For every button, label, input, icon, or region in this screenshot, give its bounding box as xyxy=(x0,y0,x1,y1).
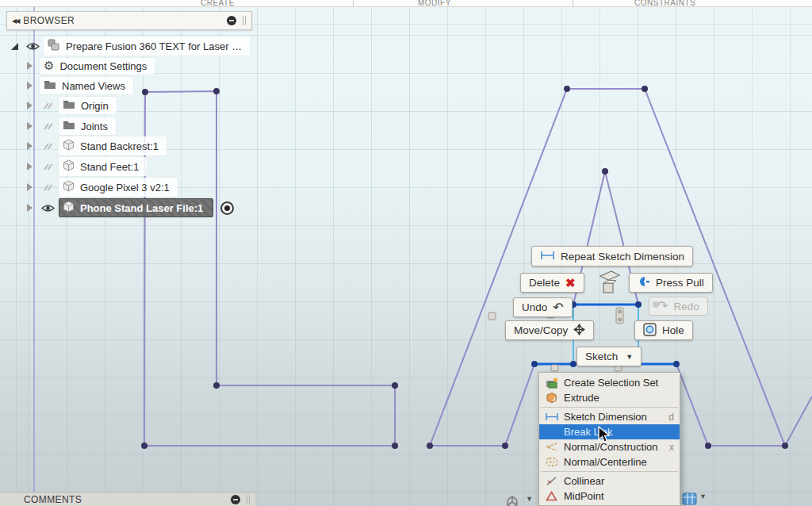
panel-grip-icon[interactable] xyxy=(247,495,251,504)
assembly-icon xyxy=(48,39,60,53)
browser-row-google-pixel[interactable]: Google Pixel 3 v2:1 xyxy=(27,178,178,197)
browser-row-document-settings[interactable]: ⚙ Document Settings xyxy=(27,56,155,75)
eye-hidden-icon[interactable] xyxy=(40,183,56,192)
press-pull-button[interactable]: Press Pull xyxy=(629,273,713,293)
delete-button[interactable]: Delete ✖ xyxy=(520,273,584,293)
component-icon xyxy=(63,201,75,215)
browser-row-origin[interactable]: Origin xyxy=(27,96,117,115)
redo-button[interactable]: ↷ Redo xyxy=(649,297,708,316)
toolbar-group-modify: MODIFY xyxy=(418,0,451,7)
browser-item-label: Prepare Fusion 360 TEXT for Laser … xyxy=(66,40,242,52)
toolbar-separator xyxy=(353,0,354,6)
browser-row-stand-backrest[interactable]: Stand Backrest:1 xyxy=(27,136,167,155)
browser-item[interactable]: ⚙ Document Settings xyxy=(40,58,155,75)
comments-title: COMMENTS xyxy=(24,494,82,505)
collapsed-triangle-icon[interactable] xyxy=(27,183,33,191)
collapsed-triangle-icon[interactable] xyxy=(27,204,33,212)
folder-icon xyxy=(44,79,56,92)
eye-icon[interactable] xyxy=(25,42,40,51)
menu-item-sketch-dimension[interactable]: Sketch Dimension d xyxy=(539,409,680,424)
sketch-letter-L[interactable] xyxy=(144,91,395,446)
button-label: Undo xyxy=(522,301,547,313)
collapsed-triangle-icon[interactable] xyxy=(27,122,33,130)
move-copy-button[interactable]: Move/Copy xyxy=(505,320,594,340)
menu-item-label: Collinear xyxy=(564,475,604,487)
button-label: Press Pull xyxy=(656,277,704,289)
sketch-line-edge[interactable] xyxy=(785,397,812,446)
collapsed-triangle-icon[interactable] xyxy=(27,142,33,150)
button-label: Move/Copy xyxy=(514,324,568,336)
sketch-vertices[interactable] xyxy=(141,86,788,449)
panel-options-icon[interactable] xyxy=(227,16,236,25)
menu-item-label: Sketch Dimension xyxy=(564,411,647,423)
menu-item-label: MidPoint xyxy=(564,490,604,502)
repeat-sketch-dimension-button[interactable]: Repeat Sketch Dimension xyxy=(531,246,693,266)
browser-row-named-views[interactable]: Named Views xyxy=(27,76,133,95)
orbit-settings-button[interactable]: ▼ xyxy=(503,495,533,506)
browser-item[interactable]: Google Pixel 3 v2:1 xyxy=(59,178,178,197)
chevron-down-icon: ▼ xyxy=(526,495,533,503)
browser-item-label: Origin xyxy=(81,100,109,112)
menu-item-collinear[interactable]: Collinear xyxy=(539,473,680,489)
undo-button[interactable]: Undo ↶ xyxy=(513,297,573,317)
browser-row-stand-feet[interactable]: Stand Feet:1 xyxy=(27,157,147,176)
browser-item[interactable]: Prepare Fusion 360 TEXT for Laser … xyxy=(44,36,250,56)
press-pull-icon xyxy=(638,275,650,290)
menu-item-normal-centerline[interactable]: Normal/Centerline xyxy=(539,454,680,470)
browser-row-root[interactable]: Prepare Fusion 360 TEXT for Laser … xyxy=(11,36,250,56)
panel-options-icon[interactable] xyxy=(231,495,240,504)
button-label: Sketch xyxy=(585,351,618,362)
undo-icon: ↶ xyxy=(553,301,563,314)
orbit-icon xyxy=(503,495,523,506)
collapsed-triangle-icon[interactable] xyxy=(27,82,33,90)
sketch-dropdown-button[interactable]: Sketch ▼ xyxy=(576,347,642,366)
button-label: Hole xyxy=(662,324,684,336)
browser-item[interactable]: Named Views xyxy=(40,77,133,94)
menu-item-extrude[interactable]: Extrude xyxy=(539,390,680,405)
collapsed-triangle-icon[interactable] xyxy=(27,102,33,109)
component-icon xyxy=(63,139,75,153)
comments-panel-header[interactable]: COMMENTS xyxy=(0,492,255,506)
collapsed-triangle-icon[interactable] xyxy=(27,62,33,70)
redo-icon: ↷ xyxy=(657,300,668,312)
menu-separator xyxy=(541,407,678,408)
component-icon xyxy=(63,159,75,174)
toolbar-group-create: CREATE xyxy=(201,0,235,7)
hole-button[interactable]: Hole xyxy=(634,320,693,340)
browser-item[interactable]: Stand Feet:1 xyxy=(59,157,147,176)
menu-separator xyxy=(541,471,678,472)
collapsed-triangle-icon[interactable] xyxy=(27,163,33,171)
browser-item-selected[interactable]: Phone Stand Laser File:1 xyxy=(59,198,213,217)
top-toolbar: CREATE MODIFY CONSTRAINTS xyxy=(0,0,812,7)
eye-hidden-icon[interactable] xyxy=(40,142,56,151)
expand-triangle-icon[interactable] xyxy=(11,43,18,50)
eye-icon[interactable] xyxy=(40,204,56,213)
browser-row-joints[interactable]: Joints xyxy=(27,117,116,136)
mouse-cursor xyxy=(598,426,614,445)
browser-panel-header[interactable]: ◀◀ BROWSER xyxy=(6,11,252,30)
browser-item[interactable]: Stand Backrest:1 xyxy=(59,136,167,155)
browser-item-label: Named Views xyxy=(62,80,125,92)
eye-hidden-icon[interactable] xyxy=(40,163,56,171)
activate-component-radio[interactable] xyxy=(220,201,234,215)
extrude-icon xyxy=(545,392,558,404)
marking-menu-center-icon[interactable] xyxy=(596,270,621,301)
collapse-panel-icon[interactable]: ◀◀ xyxy=(12,17,18,25)
toolbar-group-constraints: CONSTRAINTS xyxy=(634,0,695,7)
browser-item[interactable]: Joints xyxy=(59,117,116,135)
browser-item[interactable]: Origin xyxy=(59,97,117,114)
button-label: Delete xyxy=(529,277,560,289)
menu-item-midpoint[interactable]: MidPoint xyxy=(539,489,680,504)
browser-item-label: Stand Feet:1 xyxy=(80,161,139,173)
panel-grip-icon[interactable] xyxy=(243,16,247,25)
menu-item-label: Normal/Centerline xyxy=(564,456,647,468)
chevron-down-icon: ▼ xyxy=(699,493,707,500)
browser-row-phone-stand-laser-file[interactable]: Phone Stand Laser File:1 xyxy=(27,198,234,217)
dimension-icon xyxy=(545,412,558,421)
eye-hidden-icon[interactable] xyxy=(40,122,56,131)
centerline-icon xyxy=(545,457,558,467)
grid-display-button[interactable]: ▼ xyxy=(682,493,707,505)
eye-hidden-icon[interactable] xyxy=(40,102,56,110)
menu-item-create-selection-set[interactable]: Create Selection Set xyxy=(539,375,680,390)
component-icon xyxy=(63,180,75,194)
